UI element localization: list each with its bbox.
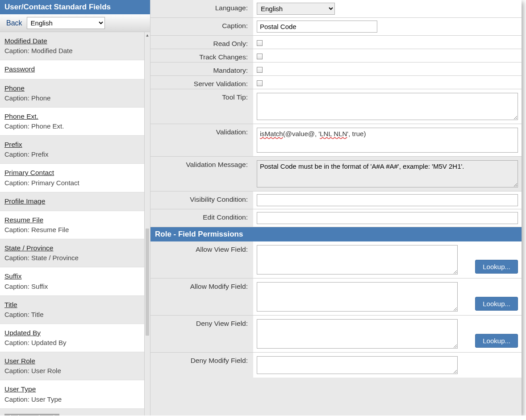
sidebar-item-caption: Caption: Phone — [4, 93, 140, 103]
scroll-thumb[interactable] — [146, 229, 149, 336]
sidebar-item-caption: Caption: User Role — [4, 366, 140, 375]
sidebar-item[interactable]: User Type Caption: User Type — [0, 380, 144, 408]
row-track-changes: Track Changes: — [150, 49, 522, 62]
sidebar-item[interactable]: Prefix Caption: Prefix — [0, 136, 144, 164]
permissions-header: Role - Field Permissions — [150, 227, 522, 241]
visibility-condition-input[interactable] — [257, 194, 518, 206]
sidebar-item[interactable]: Zip / Postal Code Caption: Postal Code — [0, 409, 144, 416]
label-deny-view: Deny View Field: — [150, 316, 253, 352]
label-tool-tip: Tool Tip: — [150, 89, 253, 124]
sidebar-item-title: Modified Date — [4, 36, 140, 46]
sidebar-item[interactable]: Modified Date Caption: Modified Date — [0, 32, 144, 60]
row-deny-view: Deny View Field: Lookup... — [150, 316, 522, 353]
label-allow-modify: Allow Modify Field: — [150, 279, 253, 315]
label-mandatory: Mandatory: — [150, 62, 253, 75]
sidebar-item[interactable]: Resume File Caption: Resume File — [0, 211, 144, 239]
sidebar-item-title: Phone — [4, 83, 140, 93]
sidebar-item[interactable]: Password — [0, 60, 144, 79]
sidebar-item-title: Updated By — [4, 328, 140, 338]
sidebar-item-caption: Caption: Title — [4, 310, 140, 319]
row-visibility-condition: Visibility Condition: — [150, 191, 522, 209]
edit-condition-input[interactable] — [257, 212, 518, 224]
language-select[interactable]: English — [257, 3, 335, 15]
sidebar-language-select[interactable]: English — [27, 17, 105, 29]
sidebar-item-caption: Caption: Resume File — [4, 225, 140, 234]
deny-modify-box[interactable] — [257, 356, 458, 374]
sidebar-item-caption: Caption: User Type — [4, 395, 140, 404]
row-allow-modify: Allow Modify Field: Lookup... — [150, 279, 522, 316]
back-button[interactable]: Back — [4, 18, 25, 28]
label-edit-condition: Edit Condition: — [150, 209, 253, 227]
sidebar-item[interactable]: Phone Ext. Caption: Phone Ext. — [0, 108, 144, 136]
track-changes-checkbox[interactable] — [257, 54, 263, 59]
sidebar-item-caption: Caption: Suffix — [4, 282, 140, 291]
app-root: User/Contact Standard Fields Back Englis… — [0, 0, 522, 416]
label-track-changes: Track Changes: — [150, 49, 253, 62]
sidebar-scrollbar[interactable]: ▲ — [144, 32, 150, 416]
sidebar-item-caption: Caption: Modified Date — [4, 46, 140, 55]
label-validation: Validation: — [150, 124, 253, 156]
allow-modify-box[interactable] — [257, 282, 458, 312]
read-only-checkbox[interactable] — [257, 40, 263, 46]
sidebar-item[interactable]: User Role Caption: User Role — [0, 352, 144, 380]
row-tool-tip: Tool Tip: — [150, 89, 522, 124]
sidebar-item-title: User Type — [4, 384, 140, 394]
row-language: Language: English — [150, 0, 522, 18]
row-caption: Caption: — [150, 18, 522, 36]
lookup-button-deny-view[interactable]: Lookup... — [475, 334, 518, 348]
sidebar-item[interactable]: Phone Caption: Phone — [0, 79, 144, 108]
sidebar-item-title: Suffix — [4, 271, 140, 281]
label-validation-message: Validation Message: — [150, 157, 253, 191]
row-server-validation: Server Validation: — [150, 76, 522, 89]
sidebar-item-title: Primary Contact — [4, 167, 140, 178]
sidebar-item[interactable]: Suffix Caption: Suffix — [0, 267, 144, 295]
label-allow-view: Allow View Field: — [150, 241, 253, 278]
sidebar-item-title: Phone Ext. — [4, 111, 140, 121]
sidebar-item-title: User Role — [4, 356, 140, 366]
main-panel: Language: English Caption: Read Only: Tr… — [150, 0, 522, 416]
mandatory-checkbox[interactable] — [257, 67, 263, 73]
sidebar-item[interactable]: State / Province Caption: State / Provin… — [0, 239, 144, 267]
sidebar-toolbar: Back English — [0, 14, 150, 32]
label-deny-modify: Deny Modify Field: — [150, 353, 253, 378]
sidebar-list[interactable]: Modified Date Caption: Modified Date Pas… — [0, 32, 144, 416]
label-server-validation: Server Validation: — [150, 76, 253, 89]
server-validation-checkbox[interactable] — [257, 80, 263, 86]
deny-view-box[interactable] — [257, 319, 458, 349]
row-allow-view: Allow View Field: Lookup... — [150, 241, 522, 279]
label-caption: Caption: — [150, 18, 253, 35]
sidebar-title: User/Contact Standard Fields — [0, 0, 150, 14]
row-mandatory: Mandatory: — [150, 62, 522, 76]
sidebar: User/Contact Standard Fields Back Englis… — [0, 0, 150, 416]
row-validation-message: Validation Message: — [150, 157, 522, 191]
sidebar-item-caption: Caption: Updated By — [4, 338, 140, 347]
label-visibility-condition: Visibility Condition: — [150, 191, 253, 209]
sidebar-item-caption: Caption: Phone Ext. — [4, 121, 140, 131]
sidebar-item-caption: Caption: Prefix — [4, 150, 140, 159]
sidebar-item-caption: Caption: Primary Contact — [4, 178, 140, 187]
caption-input[interactable] — [257, 21, 377, 33]
lookup-button-allow-view[interactable]: Lookup... — [475, 260, 518, 274]
label-read-only: Read Only: — [150, 36, 253, 49]
sidebar-item-title: Resume File — [4, 215, 140, 225]
sidebar-item[interactable]: Profile Image — [0, 192, 144, 211]
sidebar-item-title: Zip / Postal Code — [4, 414, 59, 416]
tool-tip-input[interactable] — [257, 93, 518, 120]
sidebar-item[interactable]: Updated By Caption: Updated By — [0, 324, 144, 352]
sidebar-item-title: Prefix — [4, 139, 140, 150]
scroll-up-icon[interactable]: ▲ — [145, 32, 150, 38]
sidebar-item-title: State / Province — [4, 243, 140, 253]
sidebar-item-caption: Caption: State / Province — [4, 253, 140, 262]
label-language: Language: — [150, 0, 253, 17]
sidebar-item[interactable]: Primary Contact Caption: Primary Contact — [0, 164, 144, 192]
row-deny-modify: Deny Modify Field: — [150, 353, 522, 378]
row-read-only: Read Only: — [150, 36, 522, 49]
allow-view-box[interactable] — [257, 245, 458, 274]
sidebar-item-title: Password — [4, 64, 140, 74]
sidebar-item-title: Profile Image — [4, 196, 140, 206]
validation-message-input[interactable] — [257, 160, 518, 187]
validation-input[interactable]: isMatch(@value@, 'LNL NLN', true) — [257, 128, 518, 153]
lookup-button-allow-modify[interactable]: Lookup... — [475, 297, 518, 311]
sidebar-item-title: Title — [4, 299, 140, 310]
sidebar-item[interactable]: Title Caption: Title — [0, 296, 144, 324]
